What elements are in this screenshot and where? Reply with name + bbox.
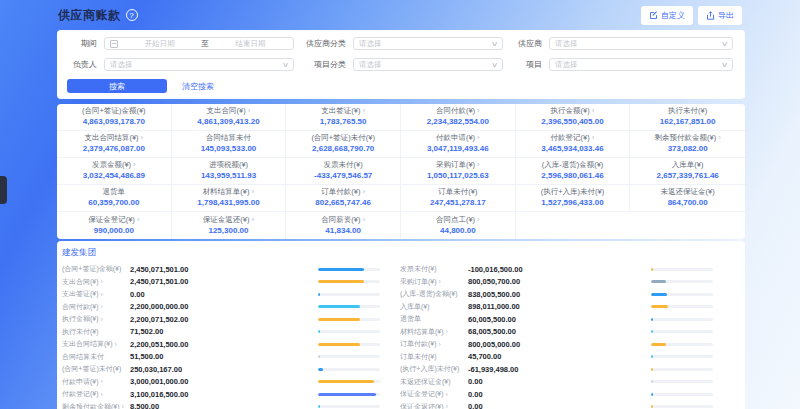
- metric-label[interactable]: 订单付款(¥)›: [400, 339, 464, 349]
- card-value: 2,234,382,554.00: [427, 118, 489, 127]
- metric-bar: [318, 405, 380, 408]
- metric-row: 执行未付(¥)71,502.00: [62, 326, 380, 339]
- metric-bar-fill: [318, 380, 374, 383]
- metric-row: (合同+签证)未付(¥)250,030,167.00: [62, 363, 380, 376]
- metric-bar-fill: [651, 280, 666, 283]
- drilldown-arrow-icon: ›: [439, 341, 441, 348]
- drilldown-arrow-icon: ›: [718, 134, 721, 143]
- metric-label[interactable]: 材料结算单(¥)›: [400, 327, 464, 337]
- summary-panel: (合同+签证)金额(¥)4,863,093,178.70支出合同(¥)›4,86…: [57, 104, 745, 239]
- metric-value: 3,000,001,000.00: [126, 377, 318, 386]
- summary-card[interactable]: 采购订单(¥)›1,050,117,025.63: [401, 158, 516, 185]
- card-value: 373,082.00: [668, 145, 708, 154]
- metric-value: 898,011,000.00: [464, 302, 651, 311]
- metric-bar: [651, 280, 713, 283]
- clear-search-link[interactable]: 清空搜索: [182, 81, 214, 92]
- metric-label[interactable]: 执行金额(¥)›: [62, 314, 126, 324]
- metric-value: 0.00: [126, 290, 318, 299]
- summary-card[interactable]: 保证金返还(¥)›125,300.00: [172, 212, 287, 239]
- supplier-category-select[interactable]: 请选择 ∨: [353, 37, 503, 50]
- export-button[interactable]: 导出: [698, 6, 742, 25]
- project-category-label: 项目分类: [294, 59, 346, 70]
- card-label: 采购订单(¥)›: [436, 161, 480, 170]
- summary-card[interactable]: 支出签证(¥)›1,783,765.50: [286, 104, 401, 131]
- metric-label[interactable]: 付款申请(¥)›: [62, 377, 126, 387]
- metric-bar: [318, 293, 380, 296]
- card-label: 合同点工(¥)›: [436, 216, 480, 225]
- card-value: -433,479,546.57: [314, 172, 372, 181]
- summary-card[interactable]: 合同薪资(¥)›41,834.00: [286, 212, 401, 239]
- drilldown-arrow-icon: ›: [362, 107, 365, 116]
- metric-label[interactable]: 剩余预付款金额(¥)›: [62, 402, 126, 409]
- card-value: 1,783,765.50: [320, 118, 367, 127]
- card-label: 订单未付(¥): [438, 188, 477, 196]
- card-label: 付款申请(¥)›: [436, 134, 480, 143]
- card-label: 保证金返还(¥)›: [203, 216, 254, 225]
- project-category-select[interactable]: 请选择 ∨: [353, 58, 503, 71]
- card-value: 2,596,980,061.46: [541, 172, 603, 181]
- card-value: 125,300.00: [208, 227, 248, 236]
- date-to-separator: 至: [201, 39, 209, 49]
- summary-card[interactable]: 付款登记(¥)›3,465,934,033.46: [516, 131, 631, 158]
- card-value: 162,167,851.00: [660, 118, 716, 127]
- metric-label: 未返还保证金(¥): [400, 377, 464, 387]
- project-select[interactable]: 请选择 ∨: [549, 58, 733, 71]
- metric-label[interactable]: 保证金返还(¥)›: [400, 402, 464, 409]
- metric-value: 2,450,071,501.00: [126, 277, 318, 286]
- metric-label[interactable]: 支出合同(¥)›: [62, 277, 126, 287]
- supplier-select[interactable]: 请选择 ∨: [549, 37, 733, 50]
- search-button[interactable]: 搜索: [67, 79, 167, 93]
- card-label: 支出合同(¥)›: [207, 107, 251, 116]
- summary-card[interactable]: 付款申请(¥)›3,047,119,493.46: [401, 131, 516, 158]
- metric-label[interactable]: 合同付款(¥)›: [62, 302, 126, 312]
- drilldown-arrow-icon: ›: [101, 278, 103, 285]
- sidebar-collapse-handle[interactable]: [0, 176, 7, 204]
- period-date-range-input[interactable]: 开始日期 至 结束日期: [104, 37, 294, 50]
- metric-label[interactable]: 支出合同结算(¥)›: [62, 339, 126, 349]
- card-value: 2,657,339,761.46: [657, 172, 719, 181]
- card-value: 2,396,550,405.00: [541, 118, 603, 127]
- summary-card[interactable]: 保证金登记(¥)›990,000.00: [57, 212, 172, 239]
- summary-card[interactable]: 支出合同结算(¥)›2,379,476,087.00: [57, 131, 172, 158]
- summary-card[interactable]: 执行金额(¥)›2,396,550,405.00: [516, 104, 631, 131]
- metric-bar-fill: [651, 293, 667, 296]
- drilldown-arrow-icon: ›: [592, 134, 595, 143]
- group-name[interactable]: 建发集团: [62, 247, 733, 259]
- metric-label[interactable]: 采购订单(¥)›: [400, 277, 464, 287]
- customize-button[interactable]: 自定义: [641, 6, 693, 25]
- summary-card: 发票未付(¥)-433,479,546.57: [286, 158, 401, 185]
- metric-label[interactable]: 保证金登记(¥)›: [400, 389, 464, 399]
- drilldown-arrow-icon: ›: [477, 107, 480, 116]
- metric-value: 2,450,071,501.00: [126, 265, 318, 274]
- summary-card[interactable]: 支出合同(¥)›4,861,309,413.20: [172, 104, 287, 131]
- metric-label[interactable]: 付款登记(¥)›: [62, 389, 126, 399]
- drilldown-arrow-icon: ›: [439, 278, 441, 285]
- metric-row: 支出合同结算(¥)›2,200,051,500.00: [62, 338, 380, 351]
- summary-card[interactable]: 材料结算单(¥)›1,798,431,995.00: [172, 185, 287, 212]
- card-label: 发票金额(¥)›: [92, 161, 136, 170]
- drilldown-arrow-icon: ›: [477, 161, 480, 170]
- card-value: 3,047,119,493.46: [427, 145, 489, 154]
- metric-value: -100,016,500.00: [464, 265, 651, 274]
- drilldown-arrow-icon: ›: [251, 216, 254, 225]
- card-value: 1,798,431,995.00: [197, 199, 259, 208]
- card-label: 订单付款(¥)›: [321, 188, 365, 197]
- metric-bar-fill: [318, 330, 320, 333]
- drilldown-arrow-icon: ›: [446, 391, 448, 398]
- summary-card[interactable]: 剩余预付款金额(¥)›373,082.00: [630, 131, 745, 158]
- metric-row: 执行金额(¥)›2,200,071,502.00: [62, 313, 380, 326]
- help-icon[interactable]: ?: [126, 9, 138, 21]
- summary-card[interactable]: 订单付款(¥)›802,665,747.46: [286, 185, 401, 212]
- summary-card[interactable]: 发票金额(¥)›3,032,454,486.89: [57, 158, 172, 185]
- summary-card[interactable]: 合同点工(¥)›44,800.00: [401, 212, 516, 239]
- owner-select[interactable]: 请选择 ∨: [104, 58, 294, 71]
- summary-card: 进项税额(¥)143,959,511.93: [172, 158, 287, 185]
- summary-card: 入库单(¥)2,657,339,761.46: [630, 158, 745, 185]
- metric-label[interactable]: 支出签证(¥)›: [62, 289, 126, 299]
- summary-card[interactable]: 合同付款(¥)›2,234,382,554.00: [401, 104, 516, 131]
- drilldown-arrow-icon: ›: [133, 161, 136, 170]
- metric-row: 保证金登记(¥)›0.00: [400, 388, 713, 401]
- summary-grid: (合同+签证)金额(¥)4,863,093,178.70支出合同(¥)›4,86…: [57, 104, 745, 239]
- metric-bar-fill: [651, 268, 653, 271]
- metric-bar-fill: [651, 405, 653, 408]
